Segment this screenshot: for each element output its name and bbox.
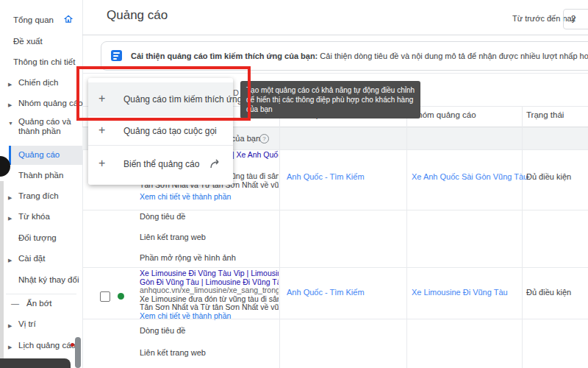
banner-text-regular: Cải thiện dòng tiêu đề và nội dung mô tả… — [318, 52, 588, 60]
sidebar-item-label: Quảng cáo — [18, 150, 98, 160]
ad-description-line: Tân Sơn Nhất và Từ tân Sơn Nhất về vũng … — [140, 302, 279, 311]
sidebar-item-label: Quảng cáo và thành phần — [18, 117, 82, 136]
header-divider — [82, 35, 588, 35]
sidebar-item-label: Ấn bớt — [26, 299, 106, 308]
column-divider — [406, 106, 407, 368]
ad-group-link[interactable]: Xe Limousine Đi Vũng Tàu — [412, 288, 508, 297]
status-value: Đủ điều kiện — [526, 288, 571, 297]
sidebar-item-trang-dich[interactable]: ▶ Trang đích — [0, 191, 98, 201]
sidebar-divider — [6, 294, 76, 294]
chevron-right-icon: ▶ — [8, 100, 12, 110]
sidebar-item-label: Đề xuất — [13, 37, 93, 46]
view-components-link[interactable]: Xem chi tiết về thành phần — [140, 192, 279, 201]
home-icon — [63, 14, 74, 26]
chevron-right-icon: ▶ — [8, 193, 12, 202]
menu-item-tooltip: Tạo một quảng cáo có khả năng tự động đi… — [240, 81, 420, 118]
ad-display-url: anhquoc.vn/xe_limousine/xe_sang_trong — [140, 286, 279, 294]
row-divider — [82, 210, 588, 210]
sidebar-item-label: Trang đích — [18, 191, 98, 201]
sidebar-item-lich-quang-cao[interactable]: ▶ Lịch quảng cáo — [0, 341, 98, 350]
sidebar-item-tu-khoa[interactable]: ▶ Từ khóa — [0, 212, 98, 222]
sidebar-item-label: Nhật ký thay đổi — [18, 275, 98, 285]
tooltip-line: Tạo một quảng cáo có khả năng tự động đi… — [246, 85, 415, 95]
banner-text-bold: Cải thiện quảng cáo tìm kiếm thích ứng c… — [131, 52, 318, 60]
sidebar-item-label: Vị trí — [18, 319, 98, 329]
sidebar-item-an-bot[interactable]: — Ấn bớt — [0, 299, 106, 308]
column-divider — [522, 106, 523, 368]
overlay-artifact-bar — [0, 358, 71, 368]
sidebar-item-nhat-ky-thay-doi[interactable]: Nhật ký thay đổi — [0, 275, 98, 285]
notification-dot — [71, 343, 74, 347]
help-icon[interactable]: ? — [259, 134, 269, 144]
ad-title-line[interactable]: Xe Limousine Đi Vũng Tàu Vip | Limousine… — [140, 269, 279, 277]
row-checkbox[interactable] — [100, 291, 110, 302]
sidebar-item-label: Cài đặt — [18, 254, 98, 263]
plus-icon: + — [98, 157, 105, 170]
google-ads-ui: Tổng quan Đề xuất Thông tin chi tiết ▶ C… — [0, 0, 588, 368]
chevron-down-icon: ▼ — [8, 118, 13, 128]
asset-row-sitelink[interactable]: Liên kết trang web — [140, 233, 206, 241]
sidebar-item-vi-tri[interactable]: ▶ Vị trí — [0, 319, 98, 329]
chevron-right-icon: ▶ — [8, 213, 12, 223]
overlay-artifact-strip — [0, 181, 4, 358]
date-range-selector[interactable]: 2 — [563, 9, 588, 29]
improvement-tip-icon — [111, 50, 122, 61]
sidebar-item-doi-tuong[interactable]: Đối tượng — [0, 233, 98, 243]
menu-item-label: Quảng cáo tạo cuộc gọi — [123, 126, 217, 136]
banner-text: Cải thiện quảng cáo tìm kiếm thích ứng c… — [131, 52, 588, 60]
sidebar-item-thanh-phan[interactable]: Thành phần — [0, 171, 98, 180]
menu-item-label: Biến thể quảng cáo — [123, 159, 199, 169]
asset-row-headline[interactable]: Dòng tiêu đề — [140, 212, 185, 221]
tooltip-line: để hiển thị các thông điệp phù hợp cho k… — [246, 95, 415, 105]
date-range-value: 2 — [571, 14, 576, 23]
sidebar-item-label: Tổng quan — [13, 15, 93, 25]
sidebar-item-de-xuat[interactable]: Đề xuất — [0, 37, 93, 46]
status-enabled-dot — [118, 293, 124, 300]
row-divider — [82, 267, 588, 268]
asset-row-headline[interactable]: Dòng tiêu đề — [140, 326, 185, 335]
sidebar-item-label: Lịch quảng cáo — [18, 341, 98, 350]
tooltip-line: của bạn — [246, 105, 415, 114]
minus-icon: — — [11, 299, 19, 308]
menu-item-ad-variation[interactable]: + Biến thể quảng cáo — [88, 146, 233, 183]
chevron-right-icon: ▶ — [8, 255, 12, 265]
status-value: Đủ điều kiện — [526, 172, 571, 181]
sidebar-item-label: Đối tượng — [18, 233, 98, 243]
row-divider — [82, 319, 588, 319]
chevron-right-icon: ▶ — [8, 79, 12, 89]
ad-description-line: Xe Limousine đưa đón từ vũng tàu đi sân … — [140, 294, 279, 303]
sidebar-item-label: Thành phần — [18, 171, 98, 180]
chevron-right-icon: ▶ — [8, 342, 12, 352]
sidebar-item-tong-quan[interactable]: Tổng quan — [0, 15, 93, 25]
sidebar-item-quang-cao-selected[interactable]: Quảng cáo — [0, 150, 98, 160]
plus-icon: + — [98, 124, 105, 137]
sidebar-item-label: Từ khóa — [18, 212, 98, 222]
column-header-ad-group[interactable]: Nhóm quảng cáo — [412, 110, 476, 119]
ad-title-line[interactable]: Gòn Đi Vũng Tàu | Limousine Đi Vũng Tàu … — [140, 277, 279, 286]
annotation-highlight-box — [76, 66, 251, 121]
column-header-status[interactable]: Trạng thái — [526, 110, 564, 119]
asset-row-sitelink[interactable]: Liên kết trang web — [140, 348, 206, 357]
ad-group-link[interactable]: Xe Anh Quốc Sài Gòn Vũng Tàu — [412, 172, 528, 181]
sidebar-scrollbar-thumb[interactable] — [75, 337, 81, 368]
sidebar-item-cai-dat[interactable]: ▶ Cài đặt — [0, 254, 98, 263]
sidebar-nav: Tổng quan Đề xuất Thông tin chi tiết ▶ C… — [0, 0, 83, 368]
chevron-right-icon: ▶ — [8, 321, 12, 330]
campaign-link[interactable]: Anh Quốc - Tìm Kiếm — [287, 288, 365, 297]
asset-row-image-extension[interactable]: Phần mở rộng về hình ảnh — [140, 253, 236, 262]
column-divider — [279, 106, 280, 368]
page-title: Quảng cáo — [107, 8, 168, 23]
redirect-arrow-icon — [209, 158, 221, 173]
campaign-link[interactable]: Anh Quốc - Tìm Kiếm — [287, 172, 365, 181]
sidebar-item-quang-cao-va-thanh-phan[interactable]: ▼ Quảng cáo và thành phần — [0, 117, 82, 136]
